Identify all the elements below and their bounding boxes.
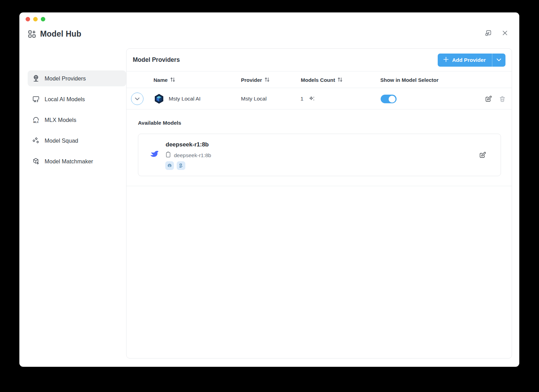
collapse-row-button[interactable] [131, 93, 143, 105]
broadcast-waves-icon[interactable] [165, 161, 174, 170]
column-header-show-in-selector: Show in Model Selector [380, 77, 438, 83]
traffic-lights [26, 17, 45, 21]
sort-icon [264, 77, 270, 83]
diamonds-icon [32, 137, 40, 144]
chevron-down-icon [496, 58, 501, 61]
sidebar-item-label: Model Providers [45, 75, 86, 82]
titlebar: Model Hub [28, 29, 81, 39]
panel-title: Model Providers [133, 56, 180, 64]
column-header-models-count[interactable]: Models Count [301, 77, 343, 83]
zoom-traffic-button[interactable] [41, 17, 45, 21]
column-header-provider[interactable]: Provider [241, 77, 270, 83]
delete-provider-icon[interactable] [499, 95, 506, 103]
sort-icon [337, 77, 343, 83]
sidebar-item-mlx-models[interactable]: MLX MLX Models [28, 112, 126, 128]
globe-network-icon [32, 75, 40, 82]
model-title: deepseek-r1:8b [166, 141, 209, 148]
available-models-section: Available Models deepseek-r1:8b de [127, 109, 512, 186]
form-lines-icon[interactable] [177, 161, 185, 170]
deepseek-logo-icon [148, 150, 159, 160]
add-provider-label: Add Provider [452, 57, 486, 63]
sparkles-icon[interactable] [309, 96, 315, 103]
cube-diamond-icon [32, 157, 40, 165]
clipboard-icon[interactable] [165, 151, 171, 159]
page-title: Model Hub [40, 29, 81, 39]
sidebar-item-model-providers[interactable]: Model Providers [28, 70, 126, 86]
close-traffic-button[interactable] [26, 17, 30, 21]
sidebar-item-local-ai-models[interactable]: Local AI Models [28, 91, 126, 107]
model-id: deepseek-r1:8b [174, 152, 211, 159]
sidebar-item-label: Model Matchmaker [45, 158, 93, 165]
model-hub-icon [28, 30, 36, 38]
sidebar-item-model-matchmaker[interactable]: Model Matchmaker [28, 153, 126, 169]
collapse-window-icon[interactable] [485, 29, 492, 37]
add-provider-split-button: Add Provider [438, 54, 505, 67]
sidebar: Model Providers Local AI Models MLX MLX … [28, 70, 126, 174]
model-hub-window: Model Hub [19, 12, 519, 367]
show-in-selector-toggle[interactable] [381, 95, 397, 103]
model-card: deepseek-r1:8b deepseek-r1:8b [138, 134, 501, 176]
close-icon[interactable] [502, 30, 508, 36]
model-providers-panel: Model Providers Add Provider [126, 48, 512, 358]
panel-header: Model Providers Add Provider [127, 49, 512, 71]
sidebar-item-label: MLX Models [45, 117, 76, 123]
minimize-traffic-button[interactable] [33, 17, 38, 21]
add-provider-button[interactable]: Add Provider [438, 54, 492, 67]
provider-name: Msty Local AI [169, 96, 201, 102]
msty-local-ai-logo [154, 94, 164, 105]
column-header-name[interactable]: Name [154, 77, 175, 83]
edit-provider-icon[interactable] [485, 95, 492, 103]
table-row: Msty Local AI Msty Local 1 [127, 88, 512, 109]
monitor-bolt-icon [32, 95, 40, 103]
add-provider-menu-button[interactable] [492, 54, 505, 67]
models-count-value: 1 [300, 96, 304, 102]
model-id-row: deepseek-r1:8b [165, 151, 211, 159]
available-models-heading: Available Models [138, 120, 181, 126]
chevron-down-icon [135, 97, 140, 101]
plus-icon [443, 57, 449, 64]
sidebar-item-label: Model Squad [45, 137, 78, 144]
sort-icon [170, 77, 175, 83]
model-capability-badges [165, 161, 185, 170]
mlx-icon: MLX [32, 116, 40, 124]
svg-text:MLX: MLX [33, 121, 38, 123]
edit-model-icon[interactable] [479, 151, 486, 159]
window-controls [485, 29, 508, 37]
sidebar-item-label: Local AI Models [45, 96, 85, 103]
sidebar-item-model-squad[interactable]: Model Squad [28, 133, 126, 149]
table-header-row: Name Provider Models Count [127, 71, 512, 88]
provider-type: Msty Local [241, 96, 267, 102]
toggle-knob [389, 96, 396, 103]
